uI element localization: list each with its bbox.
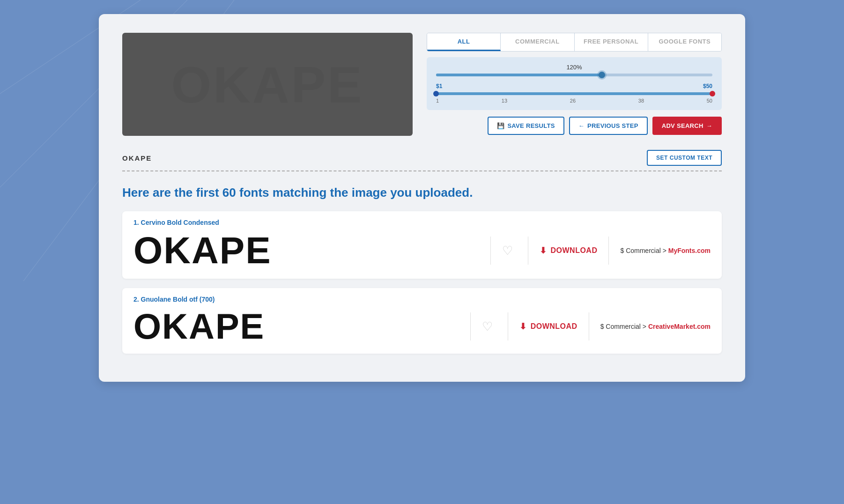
font-preview-2: OKAPE (133, 309, 459, 344)
price-slider-track[interactable] (436, 92, 712, 95)
favorite-button-2[interactable]: ♡ (482, 319, 493, 334)
filter-tabs: ALL COMMERCIAL FREE PERSONAL GOOGLE FONT… (427, 33, 722, 52)
font-preview-1: OKAPE (133, 232, 479, 269)
font-card-2-title: 2. Gnuolane Bold otf (700) (133, 296, 711, 303)
font-results-list: 1. Cervino Bold Condensed OKAPE ♡ ⬇ DOWN… (122, 211, 722, 354)
price-scale: 1 13 26 38 50 (436, 98, 712, 104)
arrow-left-icon: ← (578, 122, 585, 129)
download-button-1[interactable]: ⬇ DOWNLOAD (540, 245, 597, 256)
tab-free-personal[interactable]: FREE PERSONAL (575, 33, 648, 51)
prev-label: PREVIOUS STEP (587, 122, 638, 129)
save-icon: 💾 (497, 122, 504, 129)
size-slider-thumb[interactable] (599, 72, 605, 78)
price-min-label: $1 (436, 83, 442, 89)
price-max-label: $50 (703, 83, 712, 89)
commercial-text-2: $ Commercial > (600, 323, 646, 330)
commercial-info-1: $ Commercial > MyFonts.com (620, 247, 711, 254)
tab-commercial[interactable]: COMMERCIAL (501, 33, 574, 51)
font-card-2-body: OKAPE ♡ ⬇ DOWNLOAD $ Commercial > Creati… (133, 309, 711, 344)
favorite-button-1[interactable]: ♡ (502, 244, 513, 258)
top-section: OKAPE ALL COMMERCIAL FREE PERSONAL GOOGL… (122, 33, 722, 136)
right-panel: ALL COMMERCIAL FREE PERSONAL GOOGLE FONT… (427, 33, 722, 136)
heart-icon-2: ♡ (482, 319, 493, 334)
arrow-right-icon: → (706, 122, 712, 129)
size-slider-area: 120% $1 $50 1 13 26 (427, 57, 722, 110)
previous-step-button[interactable]: ← PREVIOUS STEP (569, 117, 648, 135)
price-row-labels: $1 $50 (436, 83, 712, 89)
custom-text-value: OKAPE (122, 154, 647, 162)
download-label-2: DOWNLOAD (531, 322, 577, 331)
price-slider-fill (436, 92, 712, 95)
tab-google-fonts[interactable]: GOOGLE FONTS (648, 33, 721, 51)
divider-1a (490, 237, 491, 265)
size-label: 120% (436, 64, 712, 71)
set-custom-text-button[interactable]: SET CUSTOM TEXT (647, 150, 722, 166)
heart-icon-1: ♡ (502, 244, 513, 258)
adv-label: ADV SEARCH (662, 122, 703, 129)
size-slider-fill (436, 74, 602, 76)
commercial-info-2: $ Commercial > CreativeMarket.com (600, 323, 711, 330)
divider-2c (589, 312, 589, 341)
font-card-2: 2. Gnuolane Bold otf (700) OKAPE ♡ ⬇ DOW… (122, 288, 722, 354)
action-buttons: 💾 SAVE RESULTS ← PREVIOUS STEP ADV SEARC… (427, 117, 722, 135)
preview-large-text: OKAPE (171, 55, 363, 114)
preview-box: OKAPE (122, 33, 413, 136)
adv-search-button[interactable]: ADV SEARCH → (652, 117, 722, 135)
commercial-text-1: $ Commercial > (620, 247, 666, 254)
main-card: OKAPE ALL COMMERCIAL FREE PERSONAL GOOGL… (99, 14, 745, 382)
save-label: SAVE RESULTS (507, 122, 555, 129)
tab-all[interactable]: ALL (427, 33, 501, 51)
scale-1: 1 (436, 98, 439, 104)
custom-text-row: OKAPE SET CUSTOM TEXT (122, 150, 722, 171)
results-heading: Here are the first 60 fonts matching the… (122, 185, 722, 200)
font-card-1-body: OKAPE ♡ ⬇ DOWNLOAD $ Commercial > MyFont… (133, 232, 711, 269)
price-thumb-left[interactable] (433, 91, 439, 96)
download-button-2[interactable]: ⬇ DOWNLOAD (519, 321, 577, 332)
scale-38: 38 (638, 98, 644, 104)
divider-2b (508, 312, 508, 341)
font-card-1: 1. Cervino Bold Condensed OKAPE ♡ ⬇ DOWN… (122, 211, 722, 279)
scale-13: 13 (502, 98, 507, 104)
commercial-link-1[interactable]: MyFonts.com (668, 247, 711, 254)
font-card-1-title: 1. Cervino Bold Condensed (133, 219, 711, 226)
divider-2a (470, 312, 471, 341)
download-label-1: DOWNLOAD (550, 246, 597, 255)
save-results-button[interactable]: 💾 SAVE RESULTS (488, 117, 564, 135)
scale-26: 26 (570, 98, 576, 104)
download-icon-2: ⬇ (519, 321, 527, 332)
price-thumb-right[interactable] (710, 91, 715, 96)
divider-1b (528, 237, 528, 265)
download-icon-1: ⬇ (540, 245, 547, 256)
scale-50: 50 (707, 98, 712, 104)
commercial-link-2[interactable]: CreativeMarket.com (648, 323, 711, 330)
size-slider-track[interactable] (436, 74, 712, 76)
divider-1c (608, 237, 609, 265)
